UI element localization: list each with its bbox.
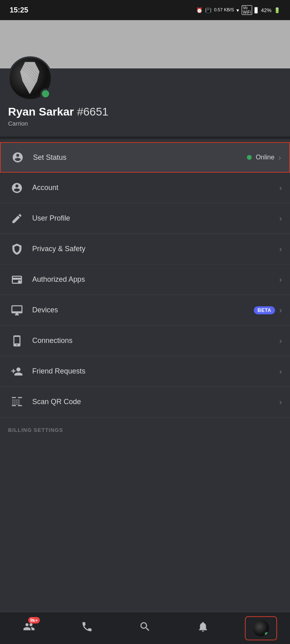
account-chevron: › (279, 183, 282, 192)
user-profile-menu-item[interactable]: User Profile › (0, 203, 290, 234)
nav-search-button[interactable] (129, 616, 161, 640)
scan-qr-right: › (279, 397, 282, 407)
svg-point-0 (18, 280, 21, 283)
set-status-label: Set Status (33, 153, 247, 162)
scan-qr-icon (8, 393, 26, 411)
friend-requests-right: › (279, 367, 282, 376)
account-menu-item[interactable]: Account › (0, 173, 290, 203)
status-bar: 15:25 ⏰ 📳 0.57 KB/S ▾ VoWiFi ▊ 42% 🔋 (0, 0, 290, 20)
billing-section-header: BILLING SETTINGS (0, 417, 290, 437)
calls-nav-icon (81, 621, 93, 636)
connections-right: › (279, 336, 282, 345)
user-profile-label: User Profile (32, 214, 279, 223)
nav-profile-avatar (253, 620, 269, 636)
friend-requests-label: Friend Requests (32, 367, 279, 376)
nav-notifications-button[interactable] (187, 616, 219, 640)
set-status-button[interactable]: Set Status Online › (0, 142, 290, 173)
online-dot (247, 155, 252, 160)
discriminator: #6651 (77, 105, 108, 118)
friend-requests-menu-item[interactable]: Friend Requests › (0, 356, 290, 387)
search-nav-icon (139, 621, 151, 636)
wifi-icon: ▾ (236, 7, 239, 13)
connections-chevron: › (279, 336, 282, 345)
user-profile-chevron: › (279, 214, 282, 223)
user-profile-right: › (279, 214, 282, 223)
privacy-safety-menu-item[interactable]: Privacy & Safety › (0, 234, 290, 264)
friend-requests-icon (8, 363, 26, 380)
friend-requests-chevron: › (279, 367, 282, 376)
status-bar-icons: ⏰ 📳 0.57 KB/S ▾ VoWiFi ▊ 42% 🔋 (196, 5, 280, 15)
privacy-safety-right: › (279, 244, 282, 254)
nav-profile-button[interactable] (245, 616, 277, 640)
privacy-safety-chevron: › (279, 244, 282, 254)
set-status-right: Online › (247, 153, 281, 162)
scan-qr-label: Scan QR Code (32, 398, 279, 406)
username: Ryan Sarkar (8, 105, 74, 118)
online-status-indicator (40, 89, 51, 99)
profile-game: Carrion (8, 120, 282, 127)
account-right: › (279, 183, 282, 192)
authorized-apps-icon (8, 271, 26, 289)
account-icon (8, 179, 26, 197)
devices-chevron: › (279, 305, 282, 315)
vowifi-icon: VoWiFi (242, 5, 252, 15)
signal-icon: ▊ (255, 7, 259, 13)
battery-label: 42% (261, 7, 271, 13)
battery-icon: 🔋 (274, 7, 280, 13)
bottom-nav: 9k+ (0, 612, 290, 644)
privacy-safety-icon (8, 240, 26, 258)
connections-label: Connections (32, 336, 279, 345)
beta-badge: BETA (254, 306, 276, 314)
menu-section: Account › User Profile › Privacy & Safet… (0, 173, 290, 417)
devices-menu-item[interactable]: Devices BETA › (0, 295, 290, 326)
friends-badge: 9k+ (28, 617, 40, 623)
section-divider (0, 136, 290, 139)
connections-menu-item[interactable]: Connections › (0, 326, 290, 356)
connections-icon (8, 332, 26, 350)
scan-qr-chevron: › (279, 397, 282, 407)
authorized-apps-label: Authorized Apps (32, 275, 279, 284)
profile-name: Ryan Sarkar #6651 (8, 105, 282, 118)
vibrate-icon: 📳 (205, 7, 211, 13)
set-status-icon (9, 149, 27, 166)
privacy-safety-label: Privacy & Safety (32, 245, 279, 253)
devices-icon (8, 301, 26, 319)
status-bar-time: 15:25 (10, 6, 28, 14)
devices-label: Devices (32, 306, 254, 314)
authorized-apps-chevron: › (279, 275, 282, 284)
authorized-apps-right: › (279, 275, 282, 284)
devices-right: BETA › (254, 305, 282, 315)
profile-avatar-container (8, 56, 52, 101)
bottom-spacer (0, 437, 290, 473)
authorized-apps-menu-item[interactable]: Authorized Apps › (0, 264, 290, 295)
alarm-icon: ⏰ (196, 7, 203, 13)
profile-info: Ryan Sarkar #6651 Carrion (8, 105, 282, 127)
network-speed: 0.57 KB/S (214, 7, 234, 12)
status-label-text: Online (256, 154, 274, 161)
scan-qr-menu-item[interactable]: Scan QR Code › (0, 387, 290, 417)
account-label: Account (32, 184, 279, 192)
nav-avatar-online-indicator (264, 632, 269, 636)
nav-friends-button[interactable]: 9k+ (13, 616, 45, 640)
profile-header: Ryan Sarkar #6651 Carrion (0, 20, 290, 136)
user-profile-icon (8, 210, 26, 227)
nav-calls-button[interactable] (71, 616, 103, 640)
set-status-chevron: › (278, 153, 281, 162)
notifications-nav-icon (197, 621, 209, 636)
